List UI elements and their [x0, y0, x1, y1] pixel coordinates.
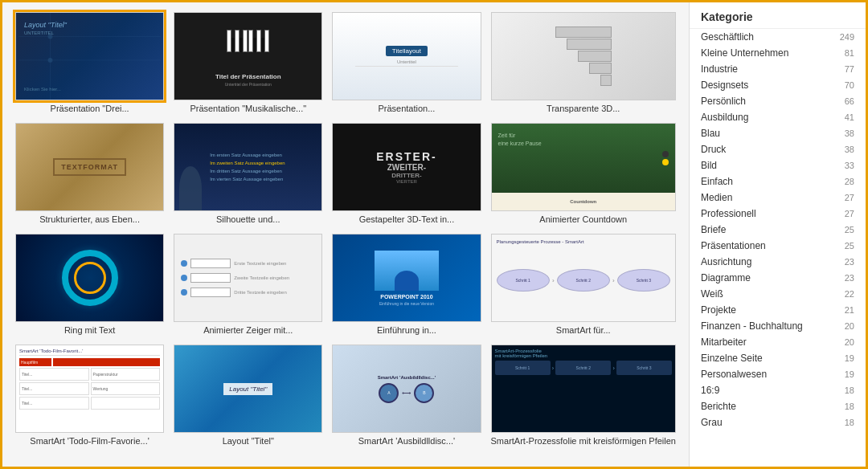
sidebar-item-count: 70: [845, 80, 854, 90]
sidebar-item-label: Designsets: [701, 80, 748, 91]
sidebar-item[interactable]: Finanzen - Buchhaltung20: [690, 318, 866, 334]
sidebar-item[interactable]: Briefe25: [690, 222, 866, 238]
sidebar-item-count: 18: [845, 385, 854, 395]
list-item[interactable]: Ring mit Text: [15, 234, 164, 335]
sidebar-item-label: Projekte: [701, 304, 736, 316]
list-item[interactable]: Erste Textzeile eingeben Zweite Textzeil…: [174, 234, 322, 335]
item-label: SmartArt-Prozessfolie mit kreisförmigen …: [491, 436, 676, 446]
main-container: Layout "Titel" UNTERTITEL Klicken Sie hi…: [2, 2, 866, 467]
list-item[interactable]: SmartArt-Prozessfoliemit kreisförmigen P…: [491, 345, 676, 446]
list-item[interactable]: Im ersten Satz Aussage eingeben Im zweit…: [174, 123, 322, 224]
sidebar-item-label: Bild: [701, 160, 717, 171]
sidebar-item[interactable]: Berichte18: [690, 398, 866, 414]
list-item[interactable]: Titel der Präsentation Untertitel der Pr…: [174, 12, 322, 113]
item-label: Animierter Zeiger mit...: [174, 325, 322, 335]
list-item[interactable]: Layout "Titel" UNTERTITEL Klicken Sie hi…: [15, 12, 164, 113]
sidebar-item[interactable]: Ausbildung41: [690, 109, 866, 125]
item-label: SmartArt 'Ausbildlldisc...': [332, 436, 481, 446]
sidebar-item-count: 18: [845, 402, 854, 411]
list-item[interactable]: Zeit füreine kurze Pause Countdown Animi…: [491, 123, 676, 224]
sidebar-header: Kategorie: [690, 2, 866, 29]
sidebar-item-count: 249: [840, 32, 854, 42]
sidebar-item-count: 33: [845, 161, 854, 170]
sidebar-item[interactable]: Ausrichtung23: [690, 254, 866, 270]
sidebar-item-count: 23: [845, 257, 854, 267]
list-item[interactable]: ERSTER- ZWEITER- DRITTER- VIERTER Gestap…: [332, 123, 481, 224]
sidebar-item-count: 66: [845, 96, 854, 106]
sidebar-item[interactable]: Projekte21: [690, 302, 866, 318]
sidebar-item-label: Einzelne Seite: [701, 353, 763, 364]
list-item[interactable]: Layout "Titel" Layout "Titel": [174, 345, 322, 446]
thumbnail-drei[interactable]: Layout "Titel" UNTERTITEL Klicken Sie hi…: [15, 12, 164, 100]
sidebar-item-label: Medien: [701, 192, 732, 203]
sidebar-item[interactable]: Druck38: [690, 141, 866, 157]
sidebar-item[interactable]: Professionell27: [690, 206, 866, 222]
list-item[interactable]: SmartArt 'Todo-Film-Favorit...' Hauptfil…: [15, 345, 164, 446]
sidebar-item-count: 25: [845, 225, 854, 234]
sidebar-item-count: 38: [845, 128, 854, 138]
sidebar-item-label: Druck: [701, 144, 726, 155]
thumbnail-countdown[interactable]: Zeit füreine kurze Pause Countdown: [491, 123, 676, 211]
sidebar-item-count: 18: [845, 418, 854, 427]
gallery-area[interactable]: Layout "Titel" UNTERTITEL Klicken Sie hi…: [2, 2, 689, 467]
sidebar-item[interactable]: 16:918: [690, 382, 866, 398]
item-label: Präsentation "Drei...: [15, 104, 164, 113]
thumbnail-einfuhrung[interactable]: POWERPOINT 2010 Einführung in die neue V…: [332, 234, 481, 322]
thumbnail-silhouette[interactable]: Im ersten Satz Aussage eingeben Im zweit…: [174, 123, 322, 211]
sidebar-item-count: 20: [845, 321, 854, 331]
thumbnail-gestapelt[interactable]: ERSTER- ZWEITER- DRITTER- VIERTER: [332, 123, 481, 211]
thumbnail-textformat[interactable]: TEXTFORMAT: [15, 123, 164, 211]
item-label: SmartArt für...: [491, 325, 676, 335]
sidebar-item-label: 16:9: [701, 385, 719, 396]
sidebar-item[interactable]: Geschäftlich249: [690, 29, 866, 45]
item-label: Ring mit Text: [15, 325, 164, 335]
thumbnail-ring[interactable]: [15, 234, 164, 322]
sidebar-item-count: 25: [845, 241, 854, 251]
thumbnail-praesentation[interactable]: Titellayout Untertitel: [332, 12, 481, 100]
item-label: Silhouette und...: [174, 214, 322, 224]
list-item[interactable]: POWERPOINT 2010 Einführung in die neue V…: [332, 234, 481, 335]
sidebar-item[interactable]: Designsets70: [690, 77, 866, 93]
thumbnail-layout[interactable]: Layout "Titel": [174, 345, 322, 433]
list-item[interactable]: Transparente 3D...: [491, 12, 676, 113]
sidebar-item-label: Geschäftlich: [701, 31, 754, 43]
sidebar-item[interactable]: Blau38: [690, 125, 866, 141]
list-item[interactable]: Planungsgesteuerte Prozesse - SmartArt S…: [491, 234, 676, 335]
sidebar-item[interactable]: Personalwesen19: [690, 366, 866, 382]
gallery-grid: Layout "Titel" UNTERTITEL Klicken Sie hi…: [15, 12, 676, 446]
thumbnail-smartart2[interactable]: SmartArt 'Todo-Film-Favorit...' Hauptfil…: [15, 345, 164, 433]
list-item[interactable]: Titellayout Untertitel Präsentation...: [332, 12, 481, 113]
sidebar-item[interactable]: Einfach28: [690, 173, 866, 190]
sidebar-item[interactable]: Weiß22: [690, 286, 866, 302]
sidebar-item[interactable]: Mitarbeiter20: [690, 334, 866, 350]
sidebar-item[interactable]: Bild33: [690, 157, 866, 173]
sidebar-item[interactable]: Industrie77: [690, 61, 866, 77]
sidebar: Kategorie Geschäftlich249Kleine Unterneh…: [689, 2, 866, 467]
thumbnail-transparente3d[interactable]: [491, 12, 676, 100]
list-item[interactable]: SmartArt 'Ausbildlldisc...' A ⟷ B SmartA…: [332, 345, 481, 446]
thumbnail-prozess[interactable]: SmartArt-Prozessfoliemit kreisförmigen P…: [491, 345, 676, 433]
sidebar-item[interactable]: Einzelne Seite19: [690, 350, 866, 366]
sidebar-item[interactable]: Diagramme23: [690, 270, 866, 286]
thumbnail-smartart3[interactable]: SmartArt 'Ausbildlldisc...' A ⟷ B: [332, 345, 481, 433]
sidebar-item-label: Blau: [701, 128, 720, 139]
item-label: Strukturierter, aus Eben...: [15, 214, 164, 224]
thumbnail-smartart[interactable]: Planungsgesteuerte Prozesse - SmartArt S…: [491, 234, 676, 322]
sidebar-item-count: 21: [845, 305, 854, 315]
sidebar-item[interactable]: Präsentationen25: [690, 238, 866, 254]
list-item[interactable]: TEXTFORMAT Strukturierter, aus Eben...: [15, 123, 164, 224]
sidebar-list[interactable]: Geschäftlich249Kleine Unternehmen81Indus…: [690, 29, 866, 467]
sidebar-item-label: Briefe: [701, 224, 726, 235]
sidebar-item[interactable]: Medien27: [690, 190, 866, 206]
thumbnail-zeiger[interactable]: Erste Textzeile eingeben Zweite Textzeil…: [174, 234, 322, 322]
svg-point-4: [48, 58, 53, 63]
sidebar-item-count: 23: [845, 273, 854, 283]
sidebar-item-label: Industrie: [701, 63, 738, 75]
sidebar-item[interactable]: Grau18: [690, 414, 866, 430]
sidebar-item-label: Ausrichtung: [701, 256, 751, 267]
thumbnail-musik[interactable]: Titel der Präsentation Untertitel der Pr…: [174, 12, 322, 100]
sidebar-item[interactable]: Kleine Unternehmen81: [690, 45, 866, 61]
sidebar-item-count: 38: [845, 145, 854, 154]
sidebar-item-label: Mitarbeiter: [701, 336, 747, 348]
sidebar-item[interactable]: Persönlich66: [690, 93, 866, 109]
